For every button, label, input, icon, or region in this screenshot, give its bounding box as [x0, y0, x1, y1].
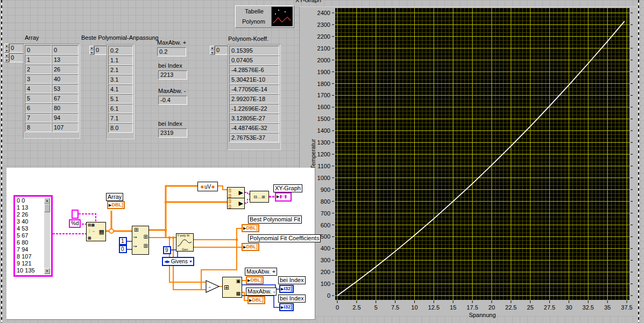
best-fit-cell[interactable]: 0.2	[108, 46, 133, 55]
coeff-terminal-label[interactable]: Polynomial Fit Coefficients	[248, 234, 321, 242]
array-cell[interactable]: 2	[25, 64, 52, 74]
givens-dropdown[interactable]: ◀▶ Givens ▼	[162, 257, 194, 266]
array-cell[interactable]: 94	[52, 113, 79, 123]
spin-down-icon[interactable]: ▼	[4, 48, 9, 53]
array-cell[interactable]: 26	[52, 64, 79, 74]
array-cell[interactable]: 7	[25, 113, 52, 123]
uv-unit-node[interactable]: ◆ uV ◆	[197, 182, 218, 191]
coeff-dbl-terminal[interactable]: ▶DBL]	[242, 243, 259, 251]
build-array-node[interactable]: ⊟…⊞	[250, 191, 269, 203]
array-terminal-label[interactable]: Array	[106, 193, 123, 201]
maxabw-plus-value[interactable]: 0.2	[157, 47, 186, 56]
best-fit-terminal-label[interactable]: Best Polynomial Fit	[248, 216, 302, 224]
xy-graph-terminal-label[interactable]: XY-Graph	[273, 184, 302, 192]
scrollbar[interactable]: ▲ ▼	[44, 198, 50, 274]
best-fit-cell[interactable]: 3.1	[108, 75, 133, 84]
scroll-up-icon[interactable]: ▲	[44, 198, 50, 204]
spin-up-icon[interactable]: ▲	[4, 44, 9, 48]
coeff-cell[interactable]: 0.15395	[229, 46, 279, 55]
display-selector[interactable]: Tabelle Polynom	[235, 5, 294, 28]
xy-graph-terminal[interactable]: ▶▮⌾▮	[275, 192, 292, 202]
spin-down-icon[interactable]: ▼	[4, 58, 9, 63]
int-constant-1[interactable]: 1	[119, 237, 127, 245]
array-cell[interactable]: 1	[25, 55, 52, 64]
best-fit-index-control[interactable]: ▲▼ 0	[89, 46, 109, 55]
array-index-spin-buttons[interactable]: ▲▼	[4, 44, 9, 53]
array-index-control[interactable]: ▲▼ 0 ▲▼ 0	[4, 44, 24, 62]
polynomial-fit-node[interactable]: Y poly fit Gen	[176, 233, 194, 252]
array-cell[interactable]: 107	[52, 123, 79, 132]
best-fit-dbl-terminal[interactable]: ▶DBL]	[242, 224, 259, 232]
spin-down-icon[interactable]: ▼	[89, 51, 94, 55]
index-array-node[interactable]: ⊞ ▪.▸ ⊞ ▪.▸ ⊞	[132, 226, 149, 255]
array-cell[interactable]: 5	[25, 94, 52, 103]
bei-index-minus-terminal-label[interactable]: bei Index	[278, 295, 306, 303]
maxabw-minus-terminal-label[interactable]: MaxAbw. -	[246, 288, 277, 296]
array-max-min-node[interactable]: ⊞ ▣ ▩	[222, 277, 242, 298]
best-fit-cell[interactable]: 4.1	[108, 84, 133, 94]
spreadsheet-string-to-array-node[interactable]: ▤▦ ⋮→ ▦ ▩	[86, 222, 106, 241]
best-fit-array[interactable]: 0.21.12.13.14.15.16.17.18.0	[107, 44, 135, 139]
scroll-down-icon[interactable]: ▼	[44, 268, 50, 274]
spin-up-icon[interactable]: ▲	[210, 46, 215, 51]
best-fit-index-spin-buttons[interactable]: ▲▼	[89, 46, 94, 55]
array-index-spin-buttons[interactable]: ▲▼	[4, 53, 9, 62]
best-fit-cell[interactable]: 8.0	[108, 123, 133, 133]
array-cell[interactable]: 6	[25, 103, 52, 113]
selector-item-polynom[interactable]: Polynom	[242, 18, 265, 25]
coeff-cell[interactable]: 2.76753E-37	[229, 133, 279, 142]
bei-index-plus-terminal-label[interactable]: bei Index	[278, 276, 306, 284]
maxabw-minus-value[interactable]: -0.4	[158, 96, 187, 105]
bei-index-minus-value[interactable]: 2319	[158, 128, 187, 138]
spin-up-icon[interactable]: ▲	[4, 53, 9, 58]
coeff-cell[interactable]: 0.07405	[229, 55, 279, 65]
int-constant-0[interactable]: 0	[119, 245, 127, 253]
array-cell[interactable]: 13	[52, 55, 79, 64]
array-cell[interactable]: 67	[52, 94, 79, 103]
array-table[interactable]: 001132263404535676807948107	[23, 44, 80, 139]
bundle-node-1[interactable]: [] [] ▶	[227, 187, 245, 198]
array-index-value-col[interactable]: 0	[9, 53, 24, 62]
coeff-index-spin-buttons[interactable]: ▲▼	[210, 46, 215, 55]
array-cell[interactable]: 0	[25, 45, 52, 55]
array-cell[interactable]: 40	[52, 74, 79, 84]
best-fit-cell[interactable]: 5.1	[108, 94, 133, 104]
best-fit-cell[interactable]: 2.1	[108, 65, 133, 75]
best-fit-cell[interactable]: 6.1	[108, 104, 133, 113]
coeff-cell[interactable]: 2.99207E-18	[229, 94, 279, 104]
best-fit-cell[interactable]: 7.1	[108, 113, 133, 123]
array-cell[interactable]: 80	[52, 103, 79, 113]
bei-index-plus-value[interactable]: 2213	[158, 70, 187, 80]
spin-down-icon[interactable]: ▼	[210, 51, 215, 55]
string-constant[interactable]: 0 01 132 263 404 535 676 807 948 1079 12…	[13, 195, 53, 277]
bei-index-plus-i32-terminal[interactable]: ▶I32]	[279, 285, 294, 293]
array-cell[interactable]: 4	[25, 84, 52, 94]
subtract-node[interactable]: -	[206, 280, 220, 293]
int-constant-9[interactable]: 9	[163, 246, 171, 254]
spin-up-icon[interactable]: ▲	[89, 46, 94, 51]
selector-item-tabelle[interactable]: Tabelle	[245, 8, 264, 15]
selector-preview-icon[interactable]	[271, 6, 293, 27]
coeff-cell[interactable]: 5.30421E-10	[229, 75, 279, 84]
array-cell[interactable]: 3	[25, 74, 52, 84]
xy-graph[interactable]: 02.557.51012.51517.52022.52527.53032.535…	[299, 0, 644, 321]
coeff-cell[interactable]: -4.77050E-14	[229, 84, 279, 94]
empty-string-constant[interactable]	[72, 210, 79, 219]
array-index-value-row[interactable]: 0	[9, 44, 24, 53]
best-fit-cell[interactable]: 1.1	[108, 55, 133, 65]
array-cell[interactable]: 53	[52, 84, 79, 94]
array-cell[interactable]: 0	[52, 45, 79, 55]
maxabw-minus-dbl-terminal[interactable]: ▶DBL]	[247, 296, 265, 304]
bei-index-minus-i32-terminal[interactable]: ▶I32]	[279, 303, 294, 311]
coeff-index-control[interactable]: ▲▼ 0	[210, 46, 229, 55]
coeff-cell[interactable]: 3.12805E-27	[229, 113, 279, 123]
coeff-array[interactable]: 0.153950.07405-4.28576E-65.30421E-10-4.7…	[228, 44, 281, 150]
format-string-constant[interactable]: %d	[69, 219, 81, 228]
bundle-node-2[interactable]: [] [] ▶	[227, 198, 245, 209]
scroll-thumb[interactable]	[44, 204, 50, 212]
coeff-cell[interactable]: -4.28576E-6	[229, 65, 279, 75]
coeff-cell[interactable]: -1.22696E-22	[229, 104, 279, 113]
maxabw-plus-dbl-terminal[interactable]: ▶DBL]	[246, 276, 264, 284]
array-cell[interactable]: 8	[25, 123, 52, 132]
array-dbl-terminal[interactable]: ▶DBL]	[107, 201, 125, 209]
